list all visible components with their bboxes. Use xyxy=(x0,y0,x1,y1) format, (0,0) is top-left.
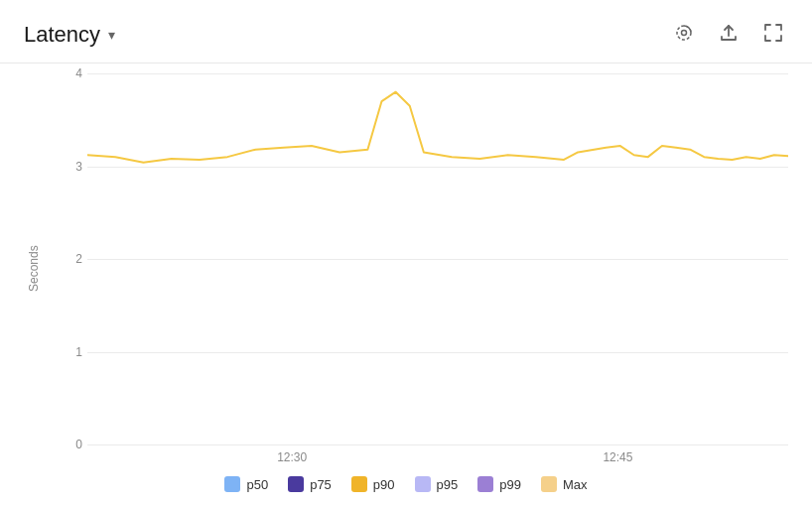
legend-label: p75 xyxy=(310,477,332,492)
legend-swatch xyxy=(351,476,367,492)
legend-label: p50 xyxy=(246,477,268,492)
legend-swatch xyxy=(541,476,557,492)
y-axis-label: Seconds xyxy=(24,73,44,464)
legend-item: p99 xyxy=(477,476,521,492)
legend-item: p75 xyxy=(288,476,332,492)
legend-label: p95 xyxy=(437,477,459,492)
legend-swatch xyxy=(477,476,493,492)
chart-header: Latency ▾ xyxy=(0,0,812,63)
x-tick: 12:45 xyxy=(603,450,632,464)
chart-legend: p50p75p90p95p99Max xyxy=(0,464,812,506)
refresh-icon[interactable] xyxy=(669,18,699,51)
legend-swatch xyxy=(415,476,431,492)
chart-wrapper: Seconds 43210 12:3012:45 xyxy=(24,73,788,464)
legend-label: p99 xyxy=(499,477,521,492)
chart-inner: 43210 12:3012:45 xyxy=(48,73,788,464)
legend-swatch xyxy=(224,476,240,492)
x-axis: 12:3012:45 xyxy=(48,444,788,464)
chart-area: Seconds 43210 12:3012:45 xyxy=(0,63,812,464)
svg-point-1 xyxy=(682,31,687,36)
y-tick: 4 xyxy=(48,66,82,80)
legend-item: p90 xyxy=(351,476,395,492)
legend-item: p50 xyxy=(224,476,268,492)
legend-label: Max xyxy=(563,477,588,492)
export-icon[interactable] xyxy=(715,19,743,50)
x-tick: 12:30 xyxy=(277,450,307,464)
header-left: Latency ▾ xyxy=(24,22,115,48)
dashboard-container: Latency ▾ xyxy=(0,0,812,506)
y-tick: 3 xyxy=(48,160,82,174)
y-tick: 1 xyxy=(48,345,82,359)
chart-line-svg xyxy=(87,73,788,444)
chart-line xyxy=(87,92,788,163)
fullscreen-icon[interactable] xyxy=(758,18,788,51)
legend-item: p95 xyxy=(415,476,459,492)
legend-label: p90 xyxy=(373,477,395,492)
legend-swatch xyxy=(288,476,304,492)
grid-area: 43210 xyxy=(48,73,788,444)
dropdown-icon[interactable]: ▾ xyxy=(108,27,115,43)
y-tick: 2 xyxy=(48,252,82,266)
chart-title: Latency xyxy=(24,22,100,48)
header-right xyxy=(669,18,788,51)
legend-item: Max xyxy=(541,476,588,492)
